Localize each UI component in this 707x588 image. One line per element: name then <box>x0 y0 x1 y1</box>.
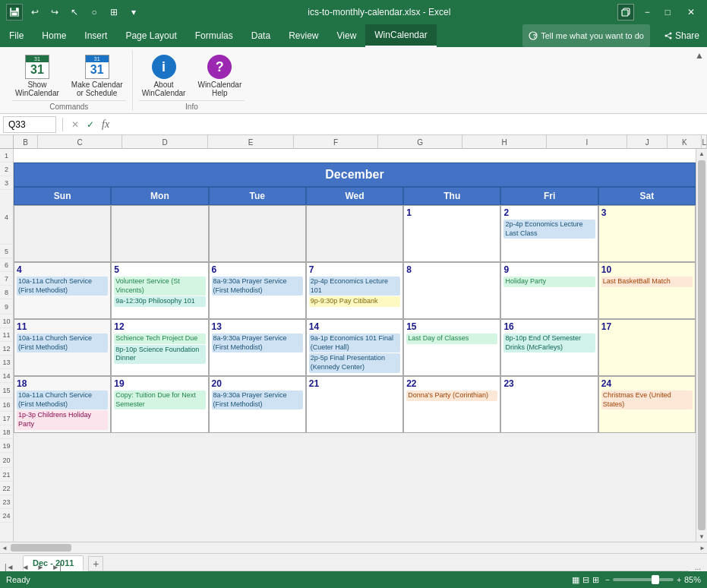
row-3[interactable]: 3 <box>0 176 13 190</box>
maximize-button[interactable]: □ <box>661 5 675 19</box>
calendar-event[interactable]: 8a-9:30a Prayer Service (First Methodist… <box>212 334 303 352</box>
minimize-button[interactable]: − <box>640 5 655 19</box>
menu-wincalendar[interactable]: WinCalendar <box>365 24 436 47</box>
menu-home[interactable]: Home <box>33 24 75 47</box>
row-22[interactable]: 22 <box>0 482 13 495</box>
more-icon[interactable]: ▾ <box>126 5 141 20</box>
menu-page-layout[interactable]: Page Layout <box>116 24 185 47</box>
zoom-slider[interactable] <box>613 578 674 581</box>
cell-reference-input[interactable] <box>3 116 56 133</box>
row-18[interactable]: 18 <box>0 425 13 439</box>
row-1[interactable]: 1 <box>0 149 13 163</box>
show-wincal-button[interactable]: 31 31 ShowWinCalendar <box>12 53 62 99</box>
normal-view-button[interactable]: ▦ <box>572 575 579 585</box>
insert-function-icon[interactable]: fx <box>99 119 112 131</box>
tab-scroll-prev[interactable]: ◄ <box>19 563 33 571</box>
calendar-event[interactable]: 8p-10p End Of Semester Drinks (McFarleys… <box>503 334 595 352</box>
row-10[interactable]: 10 <box>0 315 13 328</box>
wincal-help-button[interactable]: ? WinCalendarHelp <box>194 53 245 99</box>
scroll-thumb[interactable] <box>698 160 705 530</box>
cal-cell-w2-d1[interactable]: 410a-11a Church Service (First Methodist… <box>14 262 111 319</box>
tab-scroll-last[interactable]: ►| <box>49 563 65 571</box>
row-14[interactable]: 14 <box>0 369 13 383</box>
scroll-left-button[interactable]: ◄ <box>0 543 9 553</box>
menu-file[interactable]: File <box>0 24 33 47</box>
calendar-event[interactable]: Last BasketBall Match <box>601 277 693 287</box>
close-button[interactable]: ✕ <box>681 5 701 19</box>
cal-cell-w1-d4[interactable] <box>306 205 403 262</box>
h-scroll-thumb[interactable] <box>11 544 71 552</box>
cal-cell-w3-d2[interactable]: 12Schience Tech Project Due8p-10p Scienc… <box>111 319 208 376</box>
row-16[interactable]: 16 <box>0 398 13 412</box>
horizontal-scrollbar[interactable]: ◄ ► <box>0 542 707 553</box>
cal-cell-w1-d1[interactable] <box>14 205 111 262</box>
cal-cell-w3-d7[interactable]: 17 <box>598 319 696 376</box>
calendar-event[interactable]: 2p-5p Final Presentation (Kennedy Center… <box>309 353 400 372</box>
calendar-event[interactable]: 8p-10p Science Foundation Dinner <box>114 345 205 364</box>
row-4[interactable]: 4 <box>0 190 13 245</box>
col-header-j[interactable]: J <box>627 135 668 149</box>
calendar-event[interactable]: 1p-3p Childrens Holiday Party <box>17 410 108 429</box>
row-8[interactable]: 8 <box>0 286 13 299</box>
cal-cell-w2-d5[interactable]: 8 <box>403 262 500 319</box>
col-header-d[interactable]: D <box>122 135 208 149</box>
menu-review[interactable]: Review <box>279 24 327 47</box>
row-21[interactable]: 21 <box>0 468 13 482</box>
undo-icon[interactable]: ↩ <box>27 5 43 20</box>
cal-cell-w3-d3[interactable]: 138a-9:30a Prayer Service (First Methodi… <box>209 319 306 376</box>
confirm-formula-icon[interactable]: ✓ <box>84 119 96 130</box>
row-24[interactable]: 24 <box>0 509 13 523</box>
cal-cell-w2-d2[interactable]: 5Volunteer Service (St Vincents)9a-12:30… <box>111 262 208 319</box>
calendar-event[interactable]: 10a-11a Church Service (First Methodist) <box>17 390 108 409</box>
row-20[interactable]: 20 <box>0 453 13 468</box>
cal-cell-w2-d4[interactable]: 72p-4p Economics Lecture 1019p-9:30p Pay… <box>306 262 403 319</box>
cal-cell-w2-d7[interactable]: 10Last BasketBall Match <box>598 262 696 319</box>
col-header-g[interactable]: G <box>378 135 462 149</box>
row-11[interactable]: 11 <box>0 328 13 342</box>
menu-view[interactable]: View <box>328 24 366 47</box>
row-2[interactable]: 2 <box>0 163 13 176</box>
calendar-event[interactable]: 10a-11a Church Service (First Methodist) <box>17 334 108 352</box>
cal-cell-w1-d3[interactable] <box>209 205 306 262</box>
calendar-event[interactable]: 9a-12:30p Philosophy 101 <box>114 296 205 307</box>
row-19[interactable]: 19 <box>0 439 13 453</box>
cancel-formula-icon[interactable]: ✕ <box>69 119 81 130</box>
col-header-h[interactable]: H <box>462 135 547 149</box>
cursor-icon[interactable]: ↖ <box>67 5 82 20</box>
cal-cell-w4-d3[interactable]: 208a-9:30a Prayer Service (First Methodi… <box>209 376 306 433</box>
calendar-event[interactable]: Volunteer Service (St Vincents) <box>114 277 205 296</box>
formula-input[interactable] <box>115 119 704 130</box>
calendar-event[interactable]: Holiday Party <box>503 277 595 287</box>
cal-cell-w3-d1[interactable]: 1110a-11a Church Service (First Methodis… <box>14 319 111 376</box>
cal-cell-w1-d7[interactable]: 3 <box>598 205 696 262</box>
calendar-event[interactable]: Copy: Tuition Due for Next Semester <box>114 390 205 409</box>
page-layout-view-button[interactable]: ⊟ <box>582 575 589 585</box>
about-wincal-button[interactable]: i AboutWinCalendar <box>139 53 189 99</box>
col-header-f[interactable]: F <box>294 135 378 149</box>
calendar-event[interactable]: Last Day of Classes <box>406 334 497 344</box>
col-header-i[interactable]: I <box>547 135 627 149</box>
grid-icon[interactable]: ⊞ <box>106 5 122 20</box>
cal-cell-w2-d3[interactable]: 68a-9:30a Prayer Service (First Methodis… <box>209 262 306 319</box>
circle-icon[interactable]: ○ <box>87 5 102 20</box>
calendar-event[interactable]: 9a-1p Economics 101 Final (Cueter Hall) <box>309 334 400 352</box>
redo-icon[interactable]: ↪ <box>47 5 62 20</box>
row-13[interactable]: 13 <box>0 356 13 369</box>
row-6[interactable]: 6 <box>0 258 13 272</box>
calendar-event[interactable]: 8a-9:30a Prayer Service (First Methodist… <box>212 390 303 409</box>
calendar-event[interactable]: 2p-4p Economics Lecture 101 <box>309 277 400 296</box>
scroll-right-button[interactable]: ► <box>698 543 707 553</box>
row-15[interactable]: 15 <box>0 383 13 398</box>
cal-cell-w3-d5[interactable]: 15Last Day of Classes <box>403 319 500 376</box>
row-12[interactable]: 12 <box>0 342 13 356</box>
cal-cell-w4-d6[interactable]: 23 <box>500 376 598 433</box>
row-17[interactable]: 17 <box>0 412 13 425</box>
cal-cell-w4-d1[interactable]: 1810a-11a Church Service (First Methodis… <box>14 376 111 433</box>
cal-cell-w4-d5[interactable]: 22Donna's Party (Corinthian) <box>403 376 500 433</box>
calendar-event[interactable]: 9p-9:30p Pay Citibank <box>309 296 400 307</box>
col-header-rest[interactable]: L <box>702 135 707 149</box>
col-header-b[interactable]: B <box>14 135 38 149</box>
cal-cell-w2-d6[interactable]: 9Holiday Party <box>500 262 598 319</box>
ribbon-collapse-button[interactable]: ▲ <box>695 50 704 61</box>
row-7[interactable]: 7 <box>0 272 13 286</box>
